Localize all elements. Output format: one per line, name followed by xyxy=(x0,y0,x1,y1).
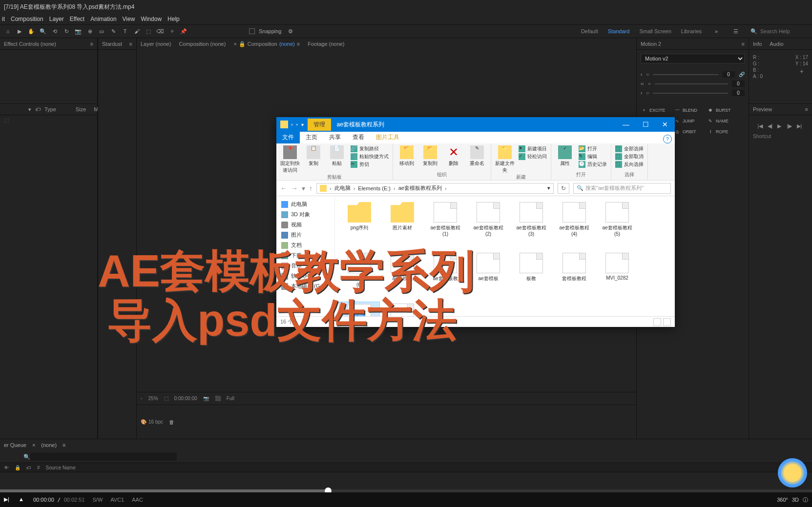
file-item[interactable]: ae套模板教程 (2) xyxy=(468,200,509,249)
workspace-standard[interactable]: Standard xyxy=(608,28,630,34)
hand-tool-icon[interactable]: ✋ xyxy=(26,26,36,36)
prev-key-icon[interactable]: ‹ xyxy=(641,72,642,77)
last-frame-icon[interactable]: ▶| xyxy=(797,123,804,130)
first-frame-icon[interactable]: |◀ xyxy=(758,123,765,130)
motion-blend-button[interactable]: 〰BLEND xyxy=(674,107,703,114)
puppet-tool-icon[interactable]: 📌 xyxy=(179,26,188,36)
file-item[interactable]: PSDpsd xyxy=(339,302,380,316)
sidebar-3dobjects[interactable]: 3D 对象 xyxy=(278,209,333,220)
project-bpc[interactable]: 🎨 16 bpc xyxy=(141,419,163,425)
easyaccess-button[interactable]: ✓轻松访问 xyxy=(519,153,547,160)
minimize-button[interactable]: — xyxy=(616,117,636,132)
nav-back-icon[interactable]: ← xyxy=(280,184,287,192)
sidebar-drivef[interactable]: 软件 (F:) xyxy=(278,271,333,281)
file-item[interactable]: 套模板教程 xyxy=(554,251,595,300)
folder-tree-icon[interactable]: ⬚ xyxy=(4,117,9,123)
nav-forward-icon[interactable]: → xyxy=(291,184,298,192)
stardust-tab[interactable]: Stardust xyxy=(102,41,122,47)
ribbon-home-tab[interactable]: 主页 xyxy=(300,131,323,143)
tag-icon[interactable]: 🏷 xyxy=(35,106,41,112)
copy-button[interactable]: 📋复制 xyxy=(304,145,323,167)
file-item[interactable]: ae套模板教程 (1) xyxy=(425,200,466,249)
3d-tag[interactable]: 3D xyxy=(792,497,799,503)
motion-burst-button[interactable]: ✱BURST xyxy=(707,107,736,114)
breadcrumb-dropdown-icon[interactable]: ▾ xyxy=(547,185,550,191)
pin-button[interactable]: 📌固定到快速访问 xyxy=(280,145,300,174)
panel-menu-icon[interactable]: ≡ xyxy=(742,41,745,47)
lock-column-icon[interactable]: 🔒 xyxy=(15,465,21,470)
breadcrumb-folder[interactable]: ae套模板教程系列 xyxy=(398,184,442,192)
file-item[interactable]: ae套模板教程 (4) xyxy=(554,200,595,249)
manage-tab[interactable]: 管理 xyxy=(308,119,331,131)
snapping-checkbox[interactable] xyxy=(249,28,255,34)
menu-composition[interactable]: Composition xyxy=(11,16,43,22)
arrow-down-icon[interactable]: ▾ xyxy=(28,106,31,113)
lock-icon[interactable]: 🔒 xyxy=(239,41,246,47)
file-item[interactable]: ae套模板教程 (6) xyxy=(339,251,380,300)
file-list[interactable]: png序列图片素材ae套模板教程 (1)ae套模板教程 (2)ae套模板教程 (… xyxy=(335,196,675,316)
delete-button[interactable]: ✕删除 xyxy=(444,145,463,167)
effect-controls-tab[interactable]: Effect Controls (none) ≡ xyxy=(0,38,97,50)
keyframe-icon[interactable]: ○ xyxy=(648,81,651,86)
refresh-icon[interactable]: ↻ xyxy=(558,183,569,194)
help-icon[interactable]: ? xyxy=(663,135,672,143)
motion-orbit-button[interactable]: ◎ORBIT xyxy=(674,128,703,135)
explorer-search[interactable]: 🔍 搜索"ae套模板教程系列" xyxy=(573,183,671,194)
trash-icon[interactable]: 🗑 xyxy=(169,419,174,425)
preview-tab[interactable]: Preview xyxy=(753,106,772,112)
snap-opt-icon[interactable]: ⚙ xyxy=(286,26,295,36)
motion-slider-2[interactable] xyxy=(655,83,728,84)
file-item[interactable]: png序列 xyxy=(339,200,380,249)
motion-value-2[interactable]: 0 xyxy=(732,81,745,87)
pen-tool-icon[interactable]: ✎ xyxy=(108,26,118,36)
composition-active-tab[interactable]: × 🔒 Composition (none) ≡ xyxy=(233,41,300,47)
channel-icon[interactable]: ⬛ xyxy=(215,396,221,401)
nav-recent-icon[interactable]: ▾ xyxy=(302,184,305,192)
link-icon[interactable]: 🔗 xyxy=(739,72,745,77)
workspace-libraries[interactable]: Libraries xyxy=(681,28,702,34)
timecode[interactable]: 0:00:00:00 xyxy=(174,396,197,401)
ribbon-share-tab[interactable]: 共享 xyxy=(323,131,347,143)
search-help-input[interactable] xyxy=(760,28,809,34)
prev-frame-icon[interactable]: ◀| xyxy=(768,123,774,130)
res-icon[interactable]: ⬚ xyxy=(164,396,168,401)
key-nav-icon[interactable]: ›‹ xyxy=(641,81,644,86)
orbit-tool-icon[interactable]: ⟲ xyxy=(50,26,60,36)
audio-tab[interactable]: Audio xyxy=(770,41,783,47)
ribbon-file-tab[interactable]: 文件 xyxy=(276,131,300,143)
sidebar-videos[interactable]: 视频 xyxy=(278,220,333,230)
close-button[interactable]: ✕ xyxy=(655,117,675,132)
workspace-more-icon[interactable]: » xyxy=(711,26,721,36)
sidebar-driveg[interactable]: 本地磁盘 (G:) xyxy=(278,281,333,291)
selection-tool-icon[interactable]: ▶ xyxy=(15,26,24,36)
pan-behind-tool-icon[interactable]: ⊕ xyxy=(85,26,95,36)
panel-menu-icon[interactable]: ≡ xyxy=(805,106,808,112)
copyto-button[interactable]: 📂复制到 xyxy=(420,145,440,167)
motion-rope-button[interactable]: ⌇ROPE xyxy=(707,128,736,135)
composition-panel-tab[interactable]: Composition (none) xyxy=(179,41,226,47)
zoom-tool-icon[interactable]: 🔍 xyxy=(38,26,48,36)
invert-button[interactable]: ⬚反向选择 xyxy=(615,161,644,168)
motion-value-1[interactable]: 0 xyxy=(722,71,735,78)
panel-menu-icon[interactable]: ≡ xyxy=(62,442,65,448)
sidebar-music[interactable]: 音乐 xyxy=(278,261,333,271)
menu-help[interactable]: Help xyxy=(167,16,180,22)
selectall-button[interactable]: ⬚全部选择 xyxy=(615,145,644,152)
panel-menu-icon[interactable]: ≡ xyxy=(90,41,93,47)
sidebar-pictures[interactable]: 图片 xyxy=(278,230,333,240)
newfolder-button[interactable]: 📁新建文件夹 xyxy=(495,145,515,174)
motion-slider-3[interactable] xyxy=(653,93,728,94)
play-icon[interactable]: ▶ xyxy=(777,123,784,130)
deg-tag[interactable]: 360° xyxy=(777,497,788,503)
roto-tool-icon[interactable]: ✧ xyxy=(167,26,177,36)
layer-panel-tab[interactable]: Layer (none) xyxy=(141,41,171,47)
timeline-search-input[interactable] xyxy=(30,453,177,461)
stop-button[interactable]: ▲ xyxy=(19,496,25,503)
home-icon[interactable]: ⌂ xyxy=(3,26,13,36)
breadcrumb-pc[interactable]: 此电脑 xyxy=(334,184,351,192)
cut-button[interactable]: ✂剪切 xyxy=(351,161,389,168)
motion-name-button[interactable]: ✎NAME xyxy=(707,118,736,124)
edit-button[interactable]: ✎编辑 xyxy=(579,153,607,160)
details-view-icon[interactable] xyxy=(653,318,661,326)
render-queue-tab[interactable]: er Queue xyxy=(4,442,26,448)
